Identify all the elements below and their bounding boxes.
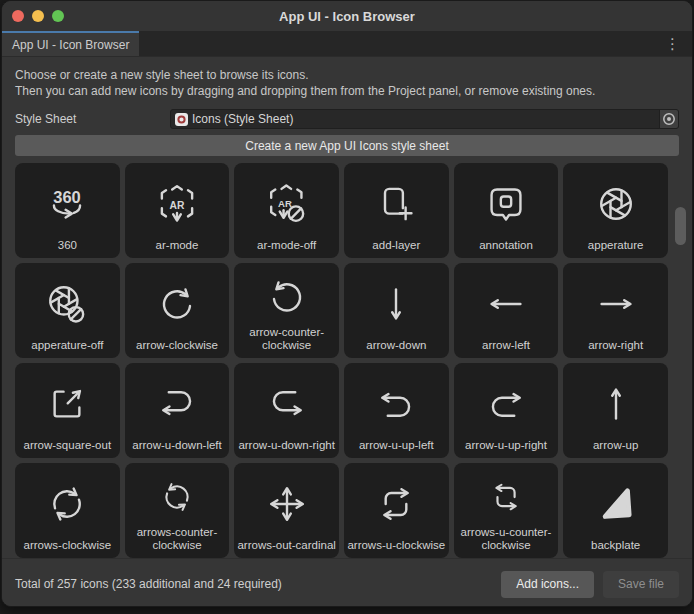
icon-label: ar-mode-off [237,239,336,252]
icon-glyph [484,182,528,226]
style-sheet-object-field[interactable]: Icons (Style Sheet) [170,109,679,129]
icon-glyph [45,282,89,326]
icon-label: add-layer [347,239,446,252]
icon-label: arrow-u-up-left [347,439,446,452]
titlebar: App UI - Icon Browser [2,1,692,31]
icon-tile-arrow-u-down-right[interactable]: arrow-u-down-right [234,363,339,458]
icon-glyph [374,282,418,326]
icon-tile-arrow-square-out[interactable]: arrow-square-out [15,363,120,458]
style-sheet-asset-icon [175,113,188,126]
window-title: App UI - Icon Browser [2,9,692,24]
icon-tile-add-layer[interactable]: add-layer [344,163,449,258]
save-file-button[interactable]: Save file [603,571,679,598]
icon-label: arrow-clockwise [128,339,227,352]
icon-label: ar-mode [128,239,227,252]
icon-label: backplate [566,539,665,552]
icon-glyph [45,182,89,226]
icon-glyph [45,382,89,426]
create-style-sheet-button[interactable]: Create a new App UI Icons style sheet [15,135,679,156]
main-content: Choose or create a new style sheet to br… [2,57,692,558]
add-icons-button[interactable]: Add icons... [501,571,594,598]
icon-glyph [374,482,418,526]
icon-label: arrows-u-counter-clockwise [457,526,556,552]
icon-tile-ar-mode-off[interactable]: ar-mode-off [234,163,339,258]
description-line-2: Then you can add new icons by dragging a… [15,83,679,99]
icon-label: 360 [18,239,117,252]
footer-bar: Total of 257 icons (233 additional and 2… [2,558,692,607]
icon-grid: 360 ar-mode ar-mode-off add-layer annota… [15,163,668,558]
icon-tile-apperature[interactable]: apperature [563,163,668,258]
icon-glyph [484,282,528,326]
style-sheet-label: Style Sheet [15,112,170,126]
vertical-scrollbar-thumb[interactable] [675,207,686,245]
icon-tile-arrows-u-clockwise[interactable]: arrows-u-clockwise [344,463,449,558]
icon-tile-arrow-u-up-right[interactable]: arrow-u-up-right [454,363,559,458]
icon-tile-arrows-out-cardinal[interactable]: arrows-out-cardinal [234,463,339,558]
icon-glyph [484,382,528,426]
icon-count-status: Total of 257 icons (233 additional and 2… [15,577,501,591]
description-text: Choose or create a new style sheet to br… [2,67,692,99]
icon-glyph [594,182,638,226]
icon-label: arrow-u-down-left [128,439,227,452]
icon-browser-window: App UI - Icon Browser App UI - Icon Brow… [1,0,693,607]
icon-label: arrow-left [457,339,556,352]
icon-label: arrow-u-down-right [237,439,336,452]
icon-glyph [484,475,528,519]
icon-tile-arrows-counter-clockwise[interactable]: arrows-counter-clockwise [125,463,230,558]
style-sheet-row: Style Sheet Icons (Style Sheet) [15,109,679,129]
tab-icon-browser[interactable]: App UI - Icon Browser [2,31,139,56]
icon-label: arrows-clockwise [18,539,117,552]
icon-tile-arrow-up[interactable]: arrow-up [563,363,668,458]
icon-label: arrow-down [347,339,446,352]
tab-label: App UI - Icon Browser [12,38,129,52]
icon-glyph [594,282,638,326]
icon-tile-arrows-clockwise[interactable]: arrows-clockwise [15,463,120,558]
icon-tile-arrow-u-down-left[interactable]: arrow-u-down-left [125,363,230,458]
icon-tile-arrow-u-up-left[interactable]: arrow-u-up-left [344,363,449,458]
object-picker-icon[interactable] [659,110,678,128]
icon-label: arrows-counter-clockwise [128,526,227,552]
icon-label: arrow-right [566,339,665,352]
icon-tile-arrow-clockwise[interactable]: arrow-clockwise [125,263,230,358]
icon-tile-arrows-u-counter-clockwise[interactable]: arrows-u-counter-clockwise [454,463,559,558]
icon-glyph [594,482,638,526]
icon-tile-annotation[interactable]: annotation [454,163,559,258]
icon-glyph [155,382,199,426]
icon-glyph [374,182,418,226]
icon-label: arrow-counter-clockwise [237,326,336,352]
icon-glyph [265,382,309,426]
icon-label: arrow-up [566,439,665,452]
icon-tile-backplate[interactable]: backplate [563,463,668,558]
icon-label: apperature-off [18,339,117,352]
icon-glyph [155,182,199,226]
icon-tile-arrow-left[interactable]: arrow-left [454,263,559,358]
icon-label: apperature [566,239,665,252]
icon-tile-arrow-counter-clockwise[interactable]: arrow-counter-clockwise [234,263,339,358]
icon-label: arrow-u-up-right [457,439,556,452]
icon-label: arrows-out-cardinal [237,539,336,552]
style-sheet-value: Icons (Style Sheet) [192,112,659,126]
icon-label: annotation [457,239,556,252]
icon-label: arrow-square-out [18,439,117,452]
icon-tile-apperature-off[interactable]: apperature-off [15,263,120,358]
icon-glyph [374,382,418,426]
icon-glyph [155,282,199,326]
icon-tile-ar-mode[interactable]: ar-mode [125,163,230,258]
icon-glyph [594,382,638,426]
icon-tile-360[interactable]: 360 [15,163,120,258]
icon-glyph [265,182,309,226]
icon-tile-arrow-down[interactable]: arrow-down [344,263,449,358]
icon-glyph [265,482,309,526]
tab-bar: App UI - Icon Browser ⋮ [2,31,692,57]
icon-glyph [155,475,199,519]
description-line-1: Choose or create a new style sheet to br… [15,67,679,83]
icon-glyph [45,482,89,526]
icon-tile-arrow-right[interactable]: arrow-right [563,263,668,358]
icon-glyph [265,275,309,319]
kebab-menu-icon[interactable]: ⋮ [659,31,686,56]
icon-label: arrows-u-clockwise [347,539,446,552]
